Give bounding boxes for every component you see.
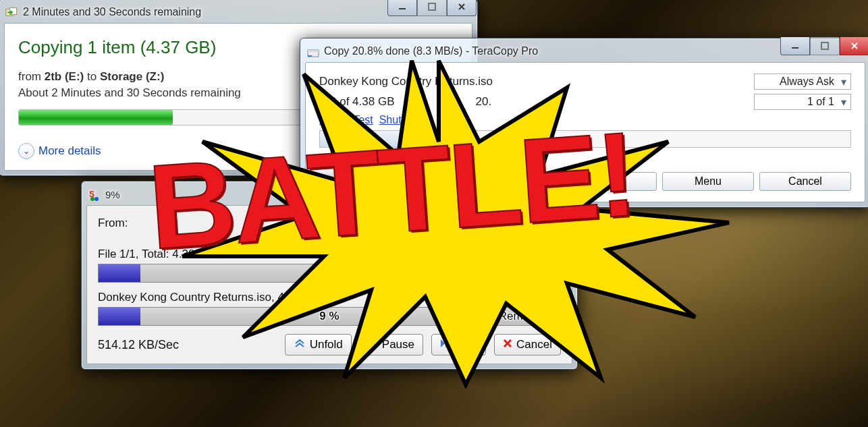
svg-rect-6 [308, 55, 312, 57]
current-file-name: Donkey Kong Country Returns.iso [319, 75, 493, 88]
svg-rect-7 [792, 47, 798, 49]
total-progress-remaining: 02:15:18 Remaining [451, 266, 553, 280]
svg-rect-2 [399, 8, 406, 9]
bytes-progress: MB of 4.38 GB [319, 95, 395, 109]
more-details-label: More details [38, 144, 101, 158]
svg-rect-3 [429, 3, 435, 10]
total-progress-bar: 9 % 02:15:18 Remaining [98, 264, 561, 283]
file-progress-pct: 9 % [319, 310, 339, 323]
svg-rect-8 [821, 42, 828, 49]
cancel-button[interactable]: Cancel [759, 172, 851, 191]
progress-bar [319, 130, 851, 148]
window-title: 9% [105, 189, 120, 200]
svg-rect-13 [375, 339, 377, 347]
conflict-mode-combo[interactable]: Always Ask [754, 74, 851, 90]
cancel-icon [503, 338, 512, 351]
maximize-button[interactable] [417, 0, 447, 16]
copy-icon [5, 7, 19, 18]
close-button[interactable] [447, 0, 477, 16]
total-progress-label: File 1/1, Total: 4.38 GB [98, 248, 561, 261]
percent-progress: 20. [476, 95, 492, 109]
titlebar[interactable]: Copy 20.8% done (8.3 MB/s) - TeraCopy Pr… [305, 43, 865, 59]
total-progress-pct: 9 % [319, 266, 339, 280]
file-count-combo[interactable]: 1 of 1 [754, 94, 851, 110]
svg-rect-5 [308, 50, 319, 52]
svg-rect-12 [369, 339, 372, 347]
close-button[interactable] [840, 37, 868, 55]
supercopier-dialog: S 9% From: File 1/1, Total: 4.38 GB 9 % … [81, 181, 578, 370]
unfold-button[interactable]: Unfold [285, 334, 352, 355]
file-progress-remaining: 02:15:18 Remaining [451, 310, 553, 323]
svg-point-10 [90, 197, 94, 201]
minimize-button[interactable] [387, 0, 417, 16]
titlebar[interactable]: 2 Minutes and 30 Seconds remaining [4, 4, 472, 20]
unfold-icon [294, 338, 306, 351]
eta-text: 00:07:10 [319, 152, 364, 165]
window-title: 2 Minutes and 30 Seconds remaining [23, 6, 201, 18]
clone-link[interactable]: Clone [319, 114, 348, 125]
titlebar[interactable]: S 9% [86, 186, 572, 202]
current-file-label: Donkey Kong Country Returns.iso, 4.38 GB [98, 291, 561, 304]
supercopier-app-icon: S [88, 189, 101, 200]
file-progress-bar: 9 % 02:15:18 Remaining [98, 307, 561, 326]
transfer-speed: 514.12 KB/Sec [98, 338, 179, 352]
shutdown-link[interactable]: Shutdown [379, 114, 427, 125]
menu-button[interactable]: Menu [662, 172, 754, 191]
pause-button[interactable]: Pause [360, 334, 423, 355]
from-label: From: [98, 217, 561, 230]
more-button[interactable]: More [565, 172, 657, 191]
action-links: Clone Test Shutdown [319, 114, 427, 126]
maximize-button[interactable] [810, 37, 840, 55]
minimize-button[interactable] [780, 37, 810, 55]
teracopy-app-icon [306, 46, 320, 57]
pause-icon [369, 338, 378, 351]
cancel-button[interactable]: Cancel [494, 334, 561, 355]
skip-icon [440, 338, 451, 351]
svg-point-11 [94, 197, 99, 201]
test-link[interactable]: Test [353, 114, 373, 125]
skip-button[interactable]: Skip [431, 334, 486, 355]
chevron-down-icon: ⌄ [18, 143, 34, 159]
window-title: Copy 20.8% done (8.3 MB/s) - TeraCopy Pr… [324, 45, 538, 57]
